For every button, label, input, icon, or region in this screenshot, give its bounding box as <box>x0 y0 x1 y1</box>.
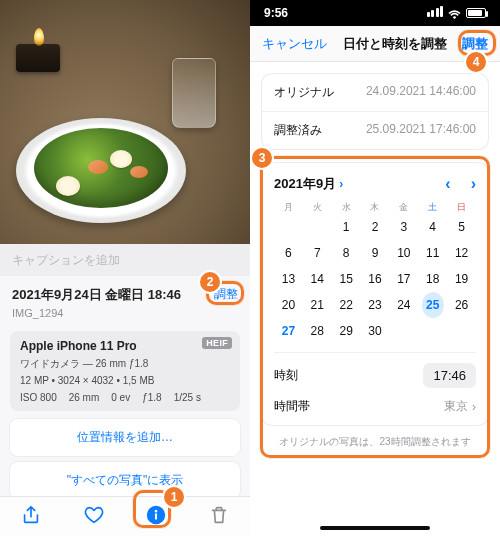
datetime-info-card: オリジナル 24.09.2021 14:46:00 調整済み 25.09.202… <box>262 74 488 149</box>
calendar-day[interactable]: 21 <box>303 292 332 318</box>
home-indicator <box>320 526 430 530</box>
timezone-label: 時間帯 <box>274 398 310 415</box>
calendar-day[interactable]: 16 <box>361 266 390 292</box>
exif-row: ISO 800 26 mm 0 ev ƒ1.8 1/25 s <box>20 392 230 403</box>
annotation-badge-2: 2 <box>200 272 220 292</box>
prev-month-button[interactable]: ‹ <box>445 175 450 193</box>
photo-preview[interactable] <box>0 0 250 244</box>
calendar-day <box>303 214 332 240</box>
annotation-badge-1: 1 <box>164 487 184 507</box>
calendar-day[interactable]: 4 <box>418 214 447 240</box>
cancel-button[interactable]: キャンセル <box>262 35 327 53</box>
battery-icon <box>466 8 486 18</box>
wifi-icon <box>447 8 462 19</box>
chevron-right-icon: › <box>472 400 476 414</box>
calendar-day[interactable]: 24 <box>389 292 418 318</box>
calendar-day[interactable]: 30 <box>361 318 390 344</box>
next-month-button[interactable]: › <box>471 175 476 193</box>
calendar-day[interactable]: 2 <box>361 214 390 240</box>
photo-info-screen: キャプションを追加 2021年9月24日 金曜日 18:46 IMG_1294 … <box>0 0 250 536</box>
show-in-all-photos-button[interactable]: "すべての写真"に表示 <box>10 462 240 499</box>
chevron-right-icon: › <box>339 177 343 191</box>
metadata-card: Apple iPhone 11 Pro HEIF ワイドカメラ — 26 mm … <box>10 331 240 411</box>
calendar-day[interactable]: 6 <box>274 240 303 266</box>
calendar-day[interactable]: 3 <box>389 214 418 240</box>
info-icon[interactable] <box>145 504 167 530</box>
navbar-title: 日付と時刻を調整 <box>343 35 447 53</box>
calendar-day[interactable]: 29 <box>332 318 361 344</box>
calendar-day[interactable]: 19 <box>447 266 476 292</box>
adjust-button[interactable]: 調整 <box>214 286 238 303</box>
calendar-day[interactable]: 5 <box>447 214 476 240</box>
calendar-day[interactable]: 7 <box>303 240 332 266</box>
caption-input[interactable]: キャプションを追加 <box>0 244 250 276</box>
calendar-day[interactable]: 8 <box>332 240 361 266</box>
calendar-day[interactable]: 17 <box>389 266 418 292</box>
resolution-line: 12 MP • 3024 × 4032 • 1,5 MB <box>20 375 230 386</box>
time-label: 時刻 <box>274 367 298 384</box>
done-button[interactable]: 調整 <box>462 35 488 53</box>
calendar-day[interactable]: 11 <box>418 240 447 266</box>
calendar-day <box>274 214 303 240</box>
adjust-datetime-screen: 9:56 キャンセル 日付と時刻を調整 調整 オリジナル 24.09.2021 … <box>250 0 500 536</box>
calendar-day[interactable]: 26 <box>447 292 476 318</box>
adjusted-label: 調整済み <box>274 122 322 139</box>
calendar-day[interactable]: 12 <box>447 240 476 266</box>
calendar-day[interactable]: 20 <box>274 292 303 318</box>
adjustment-note: オリジナルの写真は、23時間調整されます <box>250 435 500 449</box>
calendar-card: 2021年9月 › ‹ › 月火水木金土日 123456789101112131… <box>262 163 488 425</box>
original-label: オリジナル <box>274 84 334 101</box>
calendar-day[interactable]: 22 <box>332 292 361 318</box>
share-icon[interactable] <box>20 504 42 530</box>
bottom-toolbar <box>0 496 250 536</box>
time-picker[interactable]: 17:46 <box>423 363 476 388</box>
heif-badge: HEIF <box>202 337 232 349</box>
svg-rect-2 <box>155 513 157 519</box>
delete-icon[interactable] <box>208 504 230 530</box>
calendar-day[interactable]: 1 <box>332 214 361 240</box>
adjusted-value: 25.09.2021 17:46:00 <box>366 122 476 139</box>
svg-point-1 <box>155 509 158 512</box>
add-location-button[interactable]: 位置情報を追加… <box>10 419 240 456</box>
device-name: Apple iPhone 11 Pro <box>20 339 230 353</box>
annotation-badge-3: 3 <box>252 148 272 168</box>
calendar-day <box>418 318 447 344</box>
calendar-day[interactable]: 25 <box>418 292 447 318</box>
calendar-day[interactable]: 27 <box>274 318 303 344</box>
calendar-day <box>447 318 476 344</box>
original-value: 24.09.2021 14:46:00 <box>366 84 476 101</box>
status-bar: 9:56 <box>250 0 500 26</box>
calendar-day[interactable]: 14 <box>303 266 332 292</box>
calendar-grid: 1234567891011121314151617181920212223242… <box>274 214 476 344</box>
weekday-header: 月火水木金土日 <box>274 201 476 214</box>
status-time: 9:56 <box>264 6 288 20</box>
month-picker[interactable]: 2021年9月 › <box>274 175 343 193</box>
favorite-icon[interactable] <box>83 504 105 530</box>
timezone-picker[interactable]: 東京 › <box>444 398 476 415</box>
calendar-day[interactable]: 13 <box>274 266 303 292</box>
calendar-day[interactable]: 9 <box>361 240 390 266</box>
calendar-day[interactable]: 15 <box>332 266 361 292</box>
navbar: キャンセル 日付と時刻を調整 調整 <box>250 26 500 62</box>
lens-line: ワイドカメラ — 26 mm ƒ1.8 <box>20 357 230 371</box>
image-id: IMG_1294 <box>12 307 238 319</box>
status-icons <box>425 6 486 20</box>
annotation-badge-4: 4 <box>466 52 486 72</box>
signal-icon <box>425 6 443 20</box>
calendar-day <box>389 318 418 344</box>
calendar-day[interactable]: 28 <box>303 318 332 344</box>
calendar-day[interactable]: 18 <box>418 266 447 292</box>
calendar-day[interactable]: 23 <box>361 292 390 318</box>
calendar-day[interactable]: 10 <box>389 240 418 266</box>
